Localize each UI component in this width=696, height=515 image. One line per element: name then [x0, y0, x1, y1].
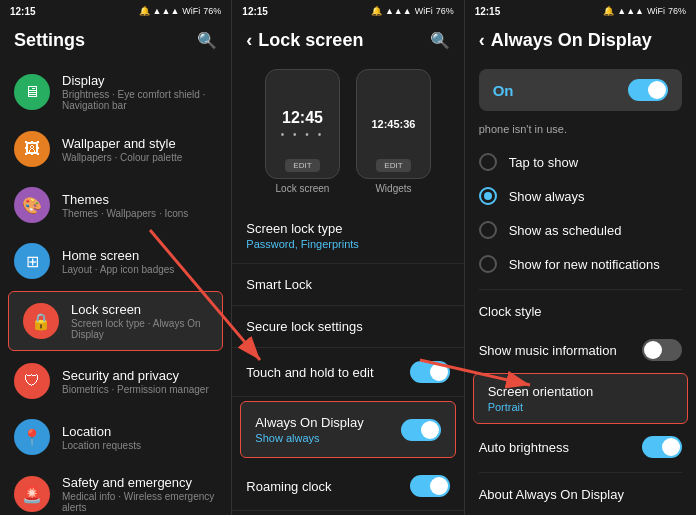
wifi-icon-3: WiFi — [647, 6, 665, 16]
aod-desc: phone isn't in use. — [465, 117, 696, 141]
status-icons-3: 🔔 ▲▲▲ WiFi 76% — [603, 6, 686, 16]
panel-aod: 12:15 🔔 ▲▲▲ WiFi 76% ‹ Always On Display… — [465, 0, 696, 515]
lock-item-roaming[interactable]: Roaming clock — [232, 462, 463, 511]
signal-icon: ▲▲▲ — [153, 6, 180, 16]
safety-icon: 🚨 — [14, 476, 50, 512]
display-text: Display Brightness · Eye comfort shield … — [62, 73, 217, 111]
preview-widgets-edit[interactable]: EDIT — [376, 159, 410, 172]
screenlock-sub: Password, Fingerprints — [246, 238, 359, 250]
wifi-icon-2: WiFi — [415, 6, 433, 16]
lock-item-aod[interactable]: Always On Display Show always — [240, 401, 455, 458]
settings-item-themes[interactable]: 🎨 Themes Themes · Wallpapers · Icons — [0, 177, 231, 233]
battery-icon: 76% — [203, 6, 221, 16]
aod-on-toggle[interactable] — [628, 79, 668, 101]
wifi-icon: WiFi — [182, 6, 200, 16]
display-icon: 🖥 — [14, 74, 50, 110]
settings-item-lock[interactable]: 🔒 Lock screen Screen lock type · Always … — [8, 291, 223, 351]
radio-new-label: Show for new notifications — [509, 257, 660, 272]
radio-show-new[interactable]: Show for new notifications — [479, 247, 682, 281]
radio-scheduled-circle — [479, 221, 497, 239]
radio-new-circle — [479, 255, 497, 273]
security-sub: Biometrics · Permission manager — [62, 384, 217, 395]
about-aod-label: About Always On Display — [479, 487, 624, 502]
back-button-lock[interactable]: ‹ Lock screen — [246, 30, 363, 51]
security-icon: 🛡 — [14, 363, 50, 399]
aod-label: Always On Display — [255, 415, 363, 430]
settings-item-home[interactable]: ⊞ Home screen Layout · App icon badges — [0, 233, 231, 289]
auto-brightness-toggle[interactable] — [642, 436, 682, 458]
search-icon-2[interactable]: 🔍 — [430, 31, 450, 50]
status-time-2: 12:15 — [242, 6, 268, 17]
security-text: Security and privacy Biometrics · Permis… — [62, 368, 217, 395]
clock-style-label: Clock style — [479, 304, 542, 319]
home-icon: ⊞ — [14, 243, 50, 279]
back-arrow-icon-aod: ‹ — [479, 30, 485, 51]
auto-brightness-label: Auto brightness — [479, 440, 569, 455]
settings-item-display[interactable]: 🖥 Display Brightness · Eye comfort shiel… — [0, 63, 231, 121]
radio-show-scheduled[interactable]: Show as scheduled — [479, 213, 682, 247]
lock-text: Lock screen Screen lock type · Always On… — [71, 302, 208, 340]
screenlock-text: Screen lock type Password, Fingerprints — [246, 221, 359, 250]
lock-screen-preview-wrapper: 12:45 • • • • EDIT Lock screen — [265, 69, 340, 194]
widgets-preview[interactable]: 12:45:36 EDIT — [356, 69, 431, 179]
radio-tap-label: Tap to show — [509, 155, 578, 170]
location-icon: 📍 — [14, 419, 50, 455]
roaming-toggle[interactable] — [410, 475, 450, 497]
app-container: 12:15 🔔 ▲▲▲ WiFi 76% Settings 🔍 🖥 Displa… — [0, 0, 696, 515]
lock-item-smartlock[interactable]: Smart Lock — [232, 264, 463, 306]
lock-item-touchhold[interactable]: Touch and hold to edit — [232, 348, 463, 397]
settings-title: Settings — [14, 30, 85, 51]
settings-item-safety[interactable]: 🚨 Safety and emergency Medical info · Wi… — [0, 465, 231, 515]
lock-preview-area: 12:45 • • • • EDIT Lock screen 12:45:36 … — [232, 59, 463, 204]
lock-item-securelock[interactable]: Secure lock settings — [232, 306, 463, 348]
back-button-aod[interactable]: ‹ Always On Display — [479, 30, 652, 51]
lock-screen-title: Lock screen — [258, 30, 363, 51]
lock-screen-preview[interactable]: 12:45 • • • • EDIT — [265, 69, 340, 179]
lock-item-screenlock[interactable]: Screen lock type Password, Fingerprints — [232, 208, 463, 264]
settings-item-wallpaper[interactable]: 🖼 Wallpaper and style Wallpapers · Colou… — [0, 121, 231, 177]
aod-setting-clock[interactable]: Clock style — [465, 294, 696, 329]
orientation-text: Screen orientation Portrait — [488, 384, 594, 413]
themes-icon: 🎨 — [14, 187, 50, 223]
alarm-icon-2: 🔔 — [371, 6, 382, 16]
smartlock-label: Smart Lock — [246, 277, 312, 292]
themes-title: Themes — [62, 192, 217, 207]
back-arrow-icon: ‹ — [246, 30, 252, 51]
settings-item-security[interactable]: 🛡 Security and privacy Biometrics · Perm… — [0, 353, 231, 409]
radio-show-always[interactable]: Show always — [479, 179, 682, 213]
wallpaper-icon: 🖼 — [14, 131, 50, 167]
touchhold-toggle[interactable] — [410, 361, 450, 383]
home-sub: Layout · App icon badges — [62, 264, 217, 275]
lock-item-about[interactable]: About Lock screen — [232, 511, 463, 515]
panel-lock-screen: 12:15 🔔 ▲▲▲ WiFi 76% ‹ Lock screen 🔍 12:… — [232, 0, 464, 515]
aod-setting-about[interactable]: About Always On Display — [465, 477, 696, 512]
safety-sub: Medical info · Wireless emergency alerts — [62, 491, 217, 513]
battery-icon-3: 76% — [668, 6, 686, 16]
radio-always-circle — [479, 187, 497, 205]
aod-menu: On phone isn't in use. Tap to show Show … — [465, 59, 696, 515]
security-title: Security and privacy — [62, 368, 217, 383]
location-text: Location Location requests — [62, 424, 217, 451]
orientation-label: Screen orientation — [488, 384, 594, 399]
aod-on-bar[interactable]: On — [479, 69, 682, 111]
aod-on-label: On — [493, 82, 514, 99]
alarm-icon: 🔔 — [139, 6, 150, 16]
aod-setting-orientation[interactable]: Screen orientation Portrait — [473, 373, 688, 424]
home-title: Home screen — [62, 248, 217, 263]
search-icon[interactable]: 🔍 — [197, 31, 217, 50]
preview-lock-edit[interactable]: EDIT — [285, 159, 319, 172]
aod-toggle[interactable] — [401, 419, 441, 441]
panel-settings: 12:15 🔔 ▲▲▲ WiFi 76% Settings 🔍 🖥 Displa… — [0, 0, 232, 515]
lock-screen-header: ‹ Lock screen 🔍 — [232, 22, 463, 59]
aod-setting-music[interactable]: Show music information — [465, 329, 696, 371]
radio-tap-to-show[interactable]: Tap to show — [479, 145, 682, 179]
location-sub: Location requests — [62, 440, 217, 451]
status-time-1: 12:15 — [10, 6, 36, 17]
show-music-toggle[interactable] — [642, 339, 682, 361]
signal-icon-3: ▲▲▲ — [617, 6, 644, 16]
safety-text: Safety and emergency Medical info · Wire… — [62, 475, 217, 513]
aod-setting-brightness[interactable]: Auto brightness — [465, 426, 696, 468]
status-bar-1: 12:15 🔔 ▲▲▲ WiFi 76% — [0, 0, 231, 22]
status-bar-2: 12:15 🔔 ▲▲▲ WiFi 76% — [232, 0, 463, 22]
settings-item-location[interactable]: 📍 Location Location requests — [0, 409, 231, 465]
